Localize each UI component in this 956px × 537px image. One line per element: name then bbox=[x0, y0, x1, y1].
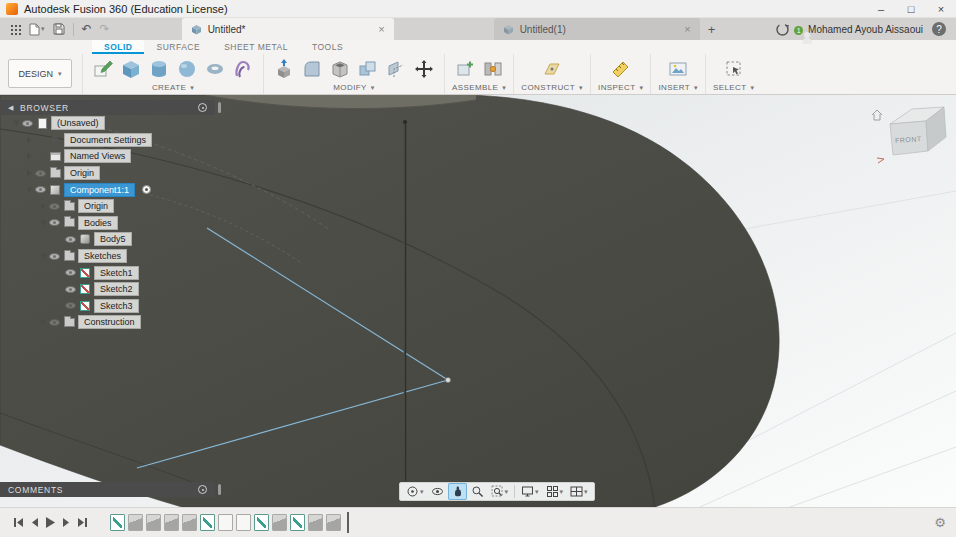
insert-canvas-button[interactable] bbox=[665, 57, 691, 81]
visibility-eye-icon[interactable] bbox=[35, 186, 46, 193]
visibility-eye-icon[interactable] bbox=[49, 203, 60, 210]
browser-node-sketches[interactable]: Sketches bbox=[0, 248, 230, 265]
tab-surface[interactable]: SURFACE bbox=[144, 40, 212, 54]
browser-node-bodies[interactable]: Bodies bbox=[0, 215, 230, 232]
tab-untitled-1[interactable]: Untitled(1) × bbox=[494, 18, 700, 40]
visibility-eye-icon[interactable] bbox=[49, 319, 60, 326]
job-status-icon[interactable] bbox=[775, 22, 790, 37]
timeline-feature-extrude[interactable] bbox=[272, 514, 287, 531]
display-settings-button[interactable]: ▾ bbox=[518, 483, 542, 500]
timeline-go-to-end-button[interactable] bbox=[74, 514, 90, 532]
browser-node-construction[interactable]: Construction bbox=[0, 314, 230, 331]
browser-header[interactable]: ◀ BROWSER bbox=[0, 100, 215, 115]
node-label[interactable]: Component1:1 bbox=[64, 183, 135, 197]
expand-arrow-icon[interactable] bbox=[41, 203, 46, 209]
tab-untitled[interactable]: Untitled* × bbox=[182, 18, 394, 40]
timeline-step-forward-button[interactable] bbox=[58, 514, 74, 532]
file-menu-button[interactable]: ▾ bbox=[29, 23, 45, 36]
create-sketch-button[interactable] bbox=[90, 57, 116, 81]
orbit-button[interactable]: ▾ bbox=[403, 483, 427, 500]
node-label[interactable]: Construction bbox=[78, 315, 141, 329]
construct-dropdown[interactable]: CONSTRUCT▾ bbox=[521, 83, 583, 92]
browser-options-icon[interactable] bbox=[198, 103, 207, 112]
visibility-eye-icon[interactable] bbox=[35, 170, 46, 177]
timeline-go-to-start-button[interactable] bbox=[10, 514, 26, 532]
user-name[interactable]: Mohamed Ayoub Aissaoui bbox=[808, 24, 923, 35]
minimize-button[interactable]: – bbox=[866, 0, 896, 17]
browser-node-sketch2[interactable]: Sketch2 bbox=[0, 281, 230, 298]
timeline-feature-extrude[interactable] bbox=[164, 514, 179, 531]
browser-node-root[interactable]: (Unsaved) bbox=[0, 115, 230, 132]
node-label[interactable]: (Unsaved) bbox=[51, 116, 105, 130]
expand-arrow-icon[interactable] bbox=[41, 319, 46, 325]
select-dropdown[interactable]: SELECT▾ bbox=[713, 83, 754, 92]
activate-component-radio[interactable] bbox=[142, 185, 151, 194]
browser-node-origin[interactable]: Origin bbox=[0, 165, 230, 182]
sphere-primitive-button[interactable] bbox=[174, 57, 200, 81]
visibility-eye-icon[interactable] bbox=[22, 120, 33, 127]
sketch-point[interactable] bbox=[445, 377, 450, 382]
node-label[interactable]: Origin bbox=[78, 199, 114, 213]
timeline-feature-extrude[interactable] bbox=[128, 514, 143, 531]
browser-node-sketch1[interactable]: Sketch1 bbox=[0, 264, 230, 281]
expand-arrow-icon[interactable] bbox=[41, 220, 47, 225]
joint-button[interactable] bbox=[480, 57, 506, 81]
pan-button[interactable] bbox=[448, 483, 467, 500]
comments-header[interactable]: COMMENTS bbox=[0, 482, 215, 497]
node-label[interactable]: Sketch2 bbox=[94, 282, 139, 296]
fillet-button[interactable] bbox=[299, 57, 325, 81]
node-label[interactable]: Bodies bbox=[78, 216, 118, 230]
visibility-eye-icon[interactable] bbox=[49, 219, 60, 226]
new-component-button[interactable] bbox=[452, 57, 478, 81]
comments-options-icon[interactable] bbox=[198, 485, 207, 494]
browser-node-named-views[interactable]: Named Views bbox=[0, 148, 230, 165]
browser-node-sketch3[interactable]: Sketch3 bbox=[0, 298, 230, 315]
timeline-feature-sketch[interactable] bbox=[200, 514, 215, 531]
timeline-feature-sketch[interactable] bbox=[254, 514, 269, 531]
expand-arrow-icon[interactable] bbox=[27, 170, 32, 176]
zoom-button[interactable] bbox=[468, 483, 487, 500]
maximize-button[interactable]: □ bbox=[896, 0, 926, 17]
move-copy-button[interactable] bbox=[411, 57, 437, 81]
assemble-dropdown[interactable]: ASSEMBLE▾ bbox=[452, 83, 506, 92]
press-pull-button[interactable] bbox=[271, 57, 297, 81]
expand-arrow-icon[interactable] bbox=[27, 153, 32, 159]
offset-face-button[interactable] bbox=[383, 57, 409, 81]
node-label[interactable]: Document Settings bbox=[64, 133, 152, 147]
tab-solid[interactable]: SOLID bbox=[92, 40, 144, 54]
inspect-dropdown[interactable]: INSPECT▾ bbox=[598, 83, 643, 92]
viewports-button[interactable]: ▾ bbox=[567, 483, 591, 500]
help-button[interactable]: ? bbox=[932, 22, 946, 36]
design-workspace-button[interactable]: DESIGN ▾ bbox=[8, 59, 72, 88]
torus-primitive-button[interactable] bbox=[202, 57, 228, 81]
modify-dropdown[interactable]: MODIFY▾ bbox=[333, 83, 374, 92]
node-label[interactable]: Sketch1 bbox=[94, 266, 139, 280]
look-at-button[interactable] bbox=[428, 483, 447, 500]
collapse-browser-icon[interactable]: ◀ bbox=[8, 104, 14, 112]
comments-resize-handle[interactable] bbox=[218, 484, 221, 495]
visibility-eye-icon[interactable] bbox=[65, 302, 76, 309]
expand-arrow-icon[interactable] bbox=[27, 137, 32, 143]
close-button[interactable]: × bbox=[926, 0, 956, 17]
timeline-settings-gear-icon[interactable]: ⚙ bbox=[934, 515, 946, 530]
construction-plane-button[interactable] bbox=[539, 57, 565, 81]
combine-button[interactable] bbox=[355, 57, 381, 81]
timeline-feature-construct[interactable] bbox=[236, 514, 251, 531]
visibility-eye-icon[interactable] bbox=[65, 286, 76, 293]
timeline-feature-extrude[interactable] bbox=[146, 514, 161, 531]
timeline-feature-extrude[interactable] bbox=[326, 514, 341, 531]
grid-snaps-button[interactable]: ▾ bbox=[543, 483, 567, 500]
tab-close-icon[interactable]: × bbox=[684, 23, 690, 35]
browser-node-component1[interactable]: Component1:1 bbox=[0, 181, 230, 198]
timeline-position-marker[interactable] bbox=[347, 512, 349, 533]
expand-arrow-icon[interactable] bbox=[14, 121, 20, 126]
redo-button[interactable]: ↷ bbox=[100, 23, 110, 35]
timeline-feature-construct[interactable] bbox=[218, 514, 233, 531]
visibility-eye-icon[interactable] bbox=[49, 253, 60, 260]
browser-node-origin-child[interactable]: Origin bbox=[0, 198, 230, 215]
timeline-feature-sketch[interactable] bbox=[290, 514, 305, 531]
save-icon[interactable] bbox=[53, 23, 65, 35]
zoom-window-button[interactable]: ▾ bbox=[488, 483, 512, 500]
new-tab-button[interactable]: + bbox=[708, 22, 716, 37]
timeline-feature-sketch[interactable] bbox=[110, 514, 125, 531]
